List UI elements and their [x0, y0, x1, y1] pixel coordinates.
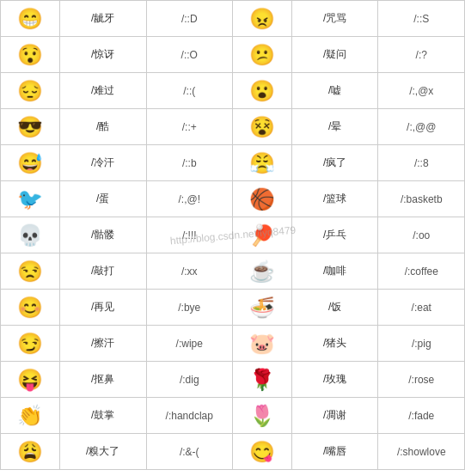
emoji-2: 🐷 — [232, 326, 291, 362]
emoji-2: 😮 — [232, 73, 291, 109]
name-1: /擦汗 — [60, 326, 146, 362]
emoji-2: 🍜 — [232, 290, 291, 326]
emoji-2: 🌷 — [232, 398, 291, 434]
table-row: 😁 /龇牙 /::D 😠 /咒骂 /::S — [1, 1, 465, 37]
name-1: /龇牙 — [60, 1, 146, 37]
code-2: /::8 — [378, 145, 465, 181]
table-row: 💀 /骷髅 /:!!! 🏓 /乒乓 /:oo — [1, 217, 465, 253]
name-2: /疯了 — [292, 145, 378, 181]
name-2: /饭 — [292, 290, 378, 326]
table-row: 🐦 /蛋 /:,@! 🏀 /篮球 /:basketb — [1, 181, 465, 217]
emoji-2: 😠 — [232, 1, 291, 37]
code-2: /:rose — [378, 362, 465, 398]
name-2: /嘘 — [292, 73, 378, 109]
table-row: 😔 /难过 /::( 😮 /嘘 /:,@x — [1, 73, 465, 109]
code-2: /:fade — [378, 398, 465, 434]
code-1: /:!!! — [146, 217, 232, 253]
code-1: /:wipe — [146, 326, 232, 362]
code-2: /:oo — [378, 217, 465, 253]
code-2: /:coffee — [378, 253, 465, 290]
table-row: 😎 /酷 /::+ 😵 /晕 /:,@@ — [1, 109, 465, 145]
table-row: 😅 /冷汗 /::b 😤 /疯了 /::8 — [1, 145, 465, 181]
emoji-1: 😊 — [1, 290, 60, 326]
code-1: /:&-( — [146, 434, 232, 470]
name-2: /玫瑰 — [292, 362, 378, 398]
emoji-1: 😁 — [1, 1, 60, 37]
name-2: /咖啡 — [292, 253, 378, 290]
emoji-1: 👏 — [1, 398, 60, 434]
name-2: /晕 — [292, 109, 378, 145]
code-2: /:? — [378, 37, 465, 73]
emoji-1: 😒 — [1, 253, 60, 290]
name-1: /酷 — [60, 109, 146, 145]
name-1: /敲打 — [60, 253, 146, 290]
table-row: 😊 /再见 /:bye 🍜 /饭 /:eat — [1, 290, 465, 326]
code-1: /:bye — [146, 290, 232, 326]
emoji-1: 😝 — [1, 362, 60, 398]
code-2: /::S — [378, 1, 465, 37]
code-1: /:xx — [146, 253, 232, 290]
table-row: 😩 /糗大了 /:&-( 😋 /嘴唇 /:showlove — [1, 434, 465, 470]
name-2: /嘴唇 — [292, 434, 378, 470]
code-2: /:basketb — [378, 181, 465, 217]
name-2: /篮球 — [292, 181, 378, 217]
emoji-2: 🏓 — [232, 217, 291, 253]
name-2: /咒骂 — [292, 1, 378, 37]
emoji-1: 😔 — [1, 73, 60, 109]
code-2: /:,@@ — [378, 109, 465, 145]
emoji-2: 🏀 — [232, 181, 291, 217]
table-row: 😯 /惊讶 /::O 😕 /疑问 /:? — [1, 37, 465, 73]
emoji-table-wrapper: 😁 /龇牙 /::D 😠 /咒骂 /::S 😯 /惊讶 /::O 😕 /疑问 /… — [0, 0, 465, 470]
code-2: /:eat — [378, 290, 465, 326]
code-1: /::b — [146, 145, 232, 181]
code-1: /::O — [146, 37, 232, 73]
table-row: 😝 /抠鼻 /:dig 🌹 /玫瑰 /:rose — [1, 362, 465, 398]
name-2: /乒乓 — [292, 217, 378, 253]
emoji-2: 😋 — [232, 434, 291, 470]
name-1: /冷汗 — [60, 145, 146, 181]
emoji-1: 🐦 — [1, 181, 60, 217]
code-1: /:,@! — [146, 181, 232, 217]
name-1: /糗大了 — [60, 434, 146, 470]
name-1: /难过 — [60, 73, 146, 109]
table-row: 😒 /敲打 /:xx ☕ /咖啡 /:coffee — [1, 253, 465, 290]
code-1: /::D — [146, 1, 232, 37]
emoji-2: 😤 — [232, 145, 291, 181]
table-row: 👏 /鼓掌 /:handclap 🌷 /凋谢 /:fade — [1, 398, 465, 434]
emoji-1: 😯 — [1, 37, 60, 73]
code-1: /::+ — [146, 109, 232, 145]
name-1: /骷髅 — [60, 217, 146, 253]
code-1: /::( — [146, 73, 232, 109]
emoji-2: 😵 — [232, 109, 291, 145]
emoji-1: 💀 — [1, 217, 60, 253]
code-2: /:,@x — [378, 73, 465, 109]
name-2: /疑问 — [292, 37, 378, 73]
emoji-2: 🌹 — [232, 362, 291, 398]
name-1: /鼓掌 — [60, 398, 146, 434]
emoji-2: 😕 — [232, 37, 291, 73]
emoji-1: 😅 — [1, 145, 60, 181]
name-1: /再见 — [60, 290, 146, 326]
code-2: /:pig — [378, 326, 465, 362]
table-row: 😏 /擦汗 /:wipe 🐷 /猪头 /:pig — [1, 326, 465, 362]
emoji-1: 😎 — [1, 109, 60, 145]
emoji-table: 😁 /龇牙 /::D 😠 /咒骂 /::S 😯 /惊讶 /::O 😕 /疑问 /… — [0, 0, 465, 470]
emoji-2: ☕ — [232, 253, 291, 290]
name-1: /抠鼻 — [60, 362, 146, 398]
code-2: /:showlove — [378, 434, 465, 470]
name-2: /凋谢 — [292, 398, 378, 434]
name-2: /猪头 — [292, 326, 378, 362]
name-1: /蛋 — [60, 181, 146, 217]
name-1: /惊讶 — [60, 37, 146, 73]
emoji-1: 😏 — [1, 326, 60, 362]
code-1: /:handclap — [146, 398, 232, 434]
emoji-1: 😩 — [1, 434, 60, 470]
code-1: /:dig — [146, 362, 232, 398]
